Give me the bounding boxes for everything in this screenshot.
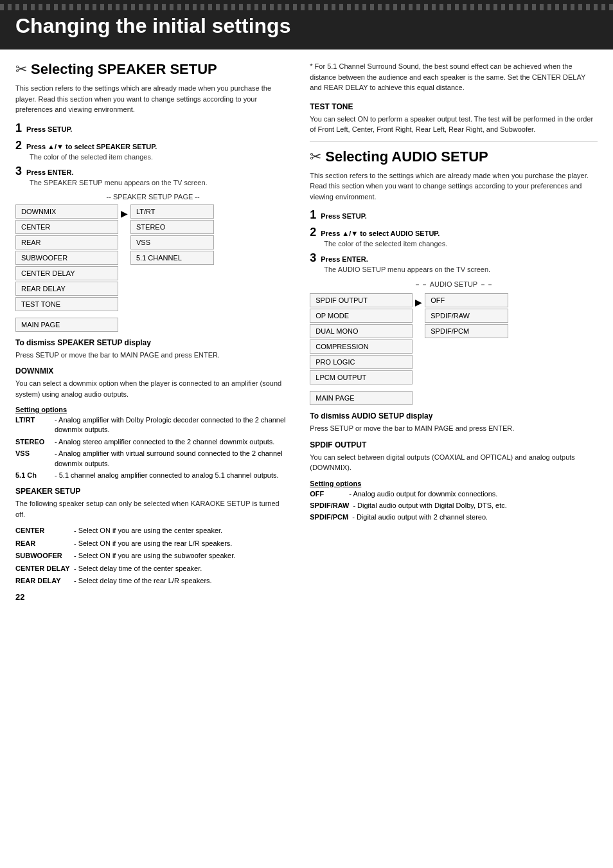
setup-rear-delay-key: REAR DELAY (15, 576, 70, 586)
audio-step-2: 2 Press ▲/▼ to select AUDIO SETUP. The c… (310, 226, 598, 248)
setup-rear-delay: REAR DELAY - Select delay time of the re… (15, 576, 290, 586)
audio-step-1: 1 Press SETUP. (310, 208, 598, 222)
dismiss-audio-text: Press SETUP or move the bar to MAIN PAGE… (310, 423, 598, 434)
step-2-num: 2 (15, 139, 22, 152)
spdif-pcm-val: - Digital audio output with 2 channel st… (352, 512, 598, 522)
menu-item-rear-delay[interactable]: REAR DELAY (15, 282, 118, 296)
audio-menu-spdif-raw[interactable]: SPDIF/RAW (425, 309, 508, 323)
audio-step-1-text: Press SETUP. (321, 212, 366, 220)
setup-subwoofer: SUBWOOFER - Select ON if you are using t… (15, 551, 290, 561)
audio-menu-pro-logic[interactable]: PRO LOGIC (310, 355, 413, 369)
setting-ltrt: LT/RT - Analog amplifier with Dolby Prol… (15, 415, 290, 435)
speaker-main-page-button[interactable]: MAIN PAGE (15, 318, 118, 332)
scissors-icon-2: ✂ (310, 149, 321, 165)
setting-stereo-val: - Analog stereo amplifier connected to t… (55, 437, 290, 447)
menu-item-vss[interactable]: VSS (130, 235, 214, 249)
audio-step-2-num: 2 (310, 226, 316, 239)
audio-main-page-button[interactable]: MAIN PAGE (310, 391, 413, 405)
menu-item-downmix[interactable]: DOWNMIX (15, 204, 118, 219)
surround-note: * For 5.1 Channel Surround Sound, the be… (310, 61, 598, 93)
main-content: ✂ Selecting SPEAKER SETUP This section r… (0, 50, 613, 613)
scissors-icon: ✂ (15, 61, 27, 78)
speaker-menu-left-col: DOWNMIX CENTER REAR SUBWOOFER CENTER DEL… (15, 204, 118, 311)
setting-ltrt-val: - Analog amplifier with Dolby Prologic d… (55, 415, 290, 435)
audio-step-3-sub: The AUDIO SETUP menu appears on the TV s… (324, 266, 598, 273)
audio-menu-off[interactable]: OFF (425, 293, 508, 307)
audio-menu-dual-mono[interactable]: DUAL MONO (310, 324, 413, 338)
audio-menu-spdif-output[interactable]: SPDIF OUTPUT (310, 293, 413, 307)
speaker-setup-description: This section refers to the settings whic… (15, 83, 290, 115)
downmix-settings-list: LT/RT - Analog amplifier with Dolby Prol… (15, 415, 290, 480)
downmix-desc: You can select a downmix option when the… (15, 378, 290, 399)
setting-5-1-ch: 5.1 Ch - 5.1 channel analog amplifier co… (15, 471, 290, 480)
header-dots-decoration (0, 4, 613, 10)
step-3-text: Press ENTER. (26, 168, 73, 176)
dismiss-audio-heading: To dismiss AUDIO SETUP display (310, 411, 598, 420)
setting-stereo: STEREO - Analog stereo amplifier connect… (15, 437, 290, 447)
speaker-table-label: -- SPEAKER SETUP PAGE -- (15, 193, 290, 201)
step-2-sub: The color of the selected item changes. (30, 153, 290, 161)
menu-item-center-delay[interactable]: CENTER DELAY (15, 266, 118, 280)
audio-menu-op-mode[interactable]: OP MODE (310, 309, 413, 323)
menu-item-test-tone[interactable]: TEST TONE (15, 297, 118, 311)
spdif-pcm-key: SPDIF/PCM (310, 512, 348, 522)
test-tone-heading: TEST TONE (310, 102, 598, 111)
audio-step-2-sub: The color of the selected item changes. (324, 240, 598, 248)
section-divider (310, 141, 598, 142)
setup-center-key: CENTER (15, 526, 70, 536)
spdif-pcm: SPDIF/PCM - Digital audio output with 2 … (310, 512, 598, 522)
speaker-setup-section-heading: ✂ Selecting SPEAKER SETUP (15, 61, 290, 78)
setup-center-delay-key: CENTER DELAY (15, 564, 70, 574)
page-header: Changing the initial settings (0, 0, 613, 50)
audio-menu-lpcm-output[interactable]: LPCM OUTPUT (310, 370, 413, 384)
spdif-settings-label: Setting options (310, 480, 598, 487)
speaker-setup-title: Selecting SPEAKER SETUP (31, 61, 217, 78)
setup-rear-delay-val: - Select delay time of the rear L/R spea… (74, 576, 290, 586)
setting-stereo-key: STEREO (15, 437, 51, 447)
menu-item-center[interactable]: CENTER (15, 220, 118, 234)
menu-item-5-1-channel[interactable]: 5.1 CHANNEL (130, 251, 214, 265)
speaker-menu-table: DOWNMIX CENTER REAR SUBWOOFER CENTER DEL… (15, 204, 290, 311)
setup-center: CENTER - Select ON if you are using the … (15, 526, 290, 536)
step-2-text: Press ▲/▼ to select SPEAKER SETUP. (26, 143, 157, 150)
setup-subwoofer-key: SUBWOOFER (15, 551, 70, 561)
audio-menu-spdif-pcm[interactable]: SPDIF/PCM (425, 324, 508, 338)
dismiss-speaker-heading: To dismiss SPEAKER SETUP display (15, 338, 290, 347)
downmix-heading: DOWNMIX (15, 366, 290, 375)
page-number: 22 (15, 592, 290, 602)
audio-menu-table: SPDIF OUTPUT OP MODE DUAL MONO COMPRESSI… (310, 293, 598, 384)
spdif-heading: SPDIF OUTPUT (310, 440, 598, 449)
menu-item-stereo[interactable]: STEREO (130, 220, 214, 234)
step-3: 3 Press ENTER. The SPEAKER SETUP menu ap… (15, 165, 290, 186)
menu-item-ltrt[interactable]: LT/RT (130, 204, 214, 219)
spdif-raw-val: - Digital audio output with Digital Dolb… (353, 501, 598, 511)
step-1: 1 Press SETUP. (15, 122, 290, 135)
audio-menu-compression[interactable]: COMPRESSION (310, 339, 413, 354)
page-title: Changing the initial settings (15, 14, 598, 38)
setting-ltrt-key: LT/RT (15, 415, 51, 435)
setup-rear-key: REAR (15, 539, 70, 548)
speaker-setup-sub-heading: SPEAKER SETUP (15, 487, 290, 496)
setting-vss-val: - Analog amplifier with virtual surround… (55, 449, 290, 469)
audio-setup-section-heading: ✂ Selecting AUDIO SETUP (310, 149, 598, 165)
setup-center-delay-val: - Select delay time of the center speake… (74, 564, 290, 574)
spdif-raw: SPDIF/RAW - Digital audio output with Di… (310, 501, 598, 511)
spdif-off: OFF - Analog audio output for downmix co… (310, 489, 598, 499)
setting-options-label: Setting options (15, 406, 290, 413)
step-2: 2 Press ▲/▼ to select SPEAKER SETUP. The… (15, 139, 290, 161)
speaker-menu-right-col: LT/RT STEREO VSS 5.1 CHANNEL (130, 204, 214, 311)
setup-rear: REAR - Select ON if you are using the re… (15, 539, 290, 548)
setup-rear-val: - Select ON if you are using the rear L/… (74, 539, 290, 548)
setup-subwoofer-val: - Select ON if you are using the subwoof… (74, 551, 290, 561)
setting-5-1-ch-key: 5.1 Ch (15, 471, 51, 480)
setup-center-delay: CENTER DELAY - Select delay time of the … (15, 564, 290, 574)
step-3-sub: The SPEAKER SETUP menu appears on the TV… (30, 179, 290, 186)
spdif-off-key: OFF (310, 489, 345, 499)
setting-vss-key: VSS (15, 449, 51, 469)
audio-main-page-row: MAIN PAGE (310, 391, 598, 405)
menu-item-subwoofer[interactable]: SUBWOOFER (15, 251, 118, 265)
speaker-setup-items-list: CENTER - Select ON if you are using the … (15, 526, 290, 586)
menu-item-rear[interactable]: REAR (15, 235, 118, 249)
audio-step-3: 3 Press ENTER. The AUDIO SETUP menu appe… (310, 251, 598, 273)
arrow-icon: ▶ (118, 204, 130, 311)
